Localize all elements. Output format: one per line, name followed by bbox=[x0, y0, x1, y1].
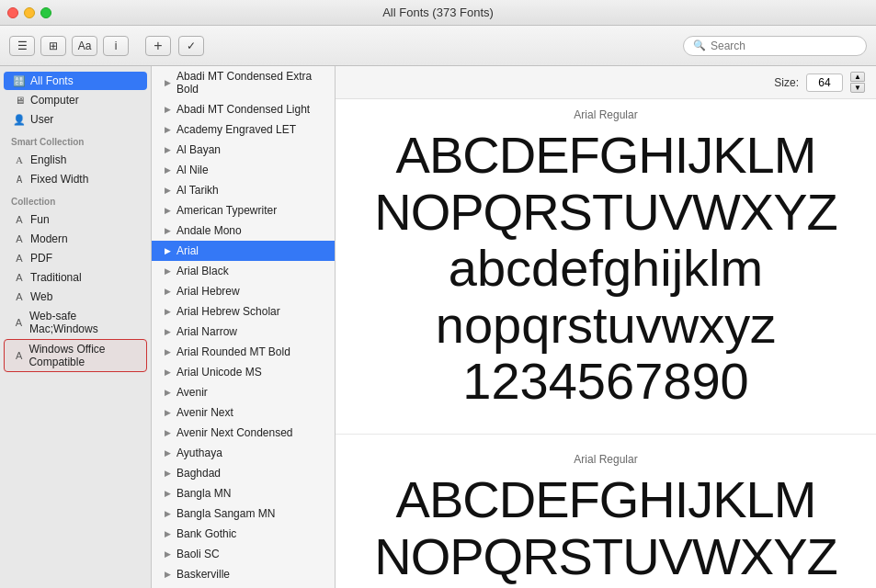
font-list-item[interactable]: ▶Abadi MT Condensed Extra Bold bbox=[152, 66, 335, 99]
font-list-item[interactable]: ▶Al Bayan bbox=[152, 140, 335, 160]
preview-section-1: Arial Regular ABCDEFGHIJKLM NOPQRSTUVWXY… bbox=[336, 99, 876, 424]
font-list-item[interactable]: ▶Al Nile bbox=[152, 160, 335, 180]
font-list-item[interactable]: ▶American Typewriter bbox=[152, 200, 335, 220]
font-list-item[interactable]: ▶Baoli SC bbox=[152, 544, 335, 564]
font-list-item[interactable]: ▶Arial Hebrew Scholar bbox=[152, 301, 335, 322]
font-list-item[interactable]: ▶Arial Rounded MT Bold bbox=[152, 342, 335, 362]
fixed-width-icon: A bbox=[13, 174, 26, 186]
font-expand-arrow: ▶ bbox=[165, 469, 171, 478]
traditional-icon: A bbox=[13, 272, 26, 283]
preview-lowercase-2: nopqrstuvwxyz bbox=[354, 297, 858, 354]
font-list-item[interactable]: ▶Arial Black bbox=[152, 261, 335, 281]
font-list-item[interactable]: ▶Arial Unicode MS bbox=[152, 362, 335, 382]
sidebar-item-label: PDF bbox=[30, 252, 52, 265]
font-list-item[interactable]: ▶Arial Narrow bbox=[152, 322, 335, 342]
sidebar-item-label: Fun bbox=[30, 213, 50, 226]
search-input[interactable] bbox=[711, 40, 857, 52]
font-list-item[interactable]: ▶Avenir Next bbox=[152, 402, 335, 423]
sidebar-item-label: Fixed Width bbox=[30, 173, 88, 186]
font-list-item[interactable]: ▶Arial Hebrew bbox=[152, 281, 335, 301]
font-name: Academy Engraved LET bbox=[176, 123, 296, 136]
maximize-button[interactable] bbox=[40, 7, 51, 18]
sidebar-item-label: User bbox=[30, 113, 53, 126]
sidebar-item-windows-office[interactable]: A Windows Office Compatible bbox=[4, 339, 147, 372]
info-button[interactable]: i bbox=[103, 36, 129, 56]
font-list-item[interactable]: ▶Bangla MN bbox=[152, 483, 335, 503]
sidebar-item-fun[interactable]: A Fun bbox=[4, 210, 147, 229]
font-list-item[interactable]: ▶Baghdad bbox=[152, 463, 335, 483]
pdf-icon: A bbox=[13, 253, 26, 264]
check-button[interactable]: ✓ bbox=[178, 36, 204, 56]
font-name: Al Bayan bbox=[176, 143, 221, 156]
titlebar: All Fonts (373 Fonts) bbox=[0, 0, 876, 26]
sidebar-item-label: Web bbox=[30, 290, 52, 303]
font-list-item[interactable]: ▶Arial bbox=[152, 241, 335, 261]
grid-button[interactable]: ⊞ bbox=[40, 36, 66, 56]
font-list-item[interactable]: ▶Baskerville bbox=[152, 564, 335, 584]
size-input[interactable] bbox=[806, 74, 843, 92]
web-safe-icon: A bbox=[13, 317, 25, 328]
font-aa-button[interactable]: Aa bbox=[72, 36, 97, 56]
main-content: 🔠 All Fonts 🖥 Computer 👤 User Smart Coll… bbox=[0, 66, 876, 588]
font-expand-arrow: ▶ bbox=[165, 428, 171, 437]
sidebar-item-computer[interactable]: 🖥 Computer bbox=[4, 91, 147, 109]
font-expand-arrow: ▶ bbox=[165, 246, 171, 255]
sidebar-item-label: Web-safe Mac;Windows bbox=[29, 310, 140, 335]
font-list-item[interactable]: ▶Avenir bbox=[152, 382, 335, 402]
font-expand-arrow: ▶ bbox=[165, 570, 171, 579]
font-name: Ayuthaya bbox=[176, 447, 222, 459]
web-icon: A bbox=[13, 291, 26, 302]
add-font-button[interactable]: + bbox=[145, 36, 171, 56]
minimize-button[interactable] bbox=[24, 7, 35, 18]
font-list-item[interactable]: ▶Ayuthaya bbox=[152, 443, 335, 463]
hamburger-button[interactable]: ☰ bbox=[9, 36, 35, 56]
preview-numbers: 1234567890 bbox=[354, 353, 858, 410]
font-name: Arial Hebrew bbox=[176, 285, 240, 298]
toolbar-left: ☰ ⊞ Aa i bbox=[9, 36, 129, 56]
font-expand-arrow: ▶ bbox=[165, 78, 171, 87]
font-expand-arrow: ▶ bbox=[165, 186, 171, 195]
window-title: All Fonts (373 Fonts) bbox=[382, 6, 494, 19]
sidebar-item-modern[interactable]: A Modern bbox=[4, 230, 147, 248]
font-name: Arial bbox=[176, 244, 199, 257]
sidebar-item-fixed-width[interactable]: A Fixed Width bbox=[4, 170, 147, 188]
font-name: Al Tarikh bbox=[176, 184, 219, 197]
sidebar-item-pdf[interactable]: A PDF bbox=[4, 249, 147, 267]
sidebar-item-web-safe[interactable]: A Web-safe Mac;Windows bbox=[4, 307, 147, 338]
font-expand-arrow: ▶ bbox=[165, 529, 171, 538]
font-expand-arrow: ▶ bbox=[165, 388, 171, 397]
font-list-item[interactable]: ▶Andale Mono bbox=[152, 220, 335, 241]
sidebar-item-english[interactable]: A English bbox=[4, 151, 147, 169]
font-expand-arrow: ▶ bbox=[165, 206, 171, 215]
size-up-button[interactable]: ▲ bbox=[850, 72, 865, 82]
close-button[interactable] bbox=[7, 7, 18, 18]
size-down-button[interactable]: ▼ bbox=[850, 83, 865, 93]
font-list-item[interactable]: ▶Academy Engraved LET bbox=[152, 119, 335, 140]
fun-icon: A bbox=[13, 214, 26, 225]
sidebar-item-user[interactable]: 👤 User bbox=[4, 110, 147, 129]
font-list-item[interactable]: ▶Baskerville Old Face bbox=[152, 584, 335, 588]
font-expand-arrow: ▶ bbox=[165, 226, 171, 235]
sidebar-item-web[interactable]: A Web bbox=[4, 288, 147, 306]
font-list-item[interactable]: ▶Bank Gothic bbox=[152, 524, 335, 544]
font-list-item[interactable]: ▶Abadi MT Condensed Light bbox=[152, 99, 335, 119]
preview-lowercase-3: abcdefghijklm bbox=[354, 584, 858, 588]
grid-icon: ⊞ bbox=[49, 40, 58, 52]
size-label: Size: bbox=[774, 76, 799, 89]
font-expand-arrow: ▶ bbox=[165, 105, 171, 114]
font-name: Baskerville bbox=[176, 568, 230, 581]
font-name: American Typewriter bbox=[176, 204, 277, 217]
font-name: Bangla Sangam MN bbox=[176, 507, 275, 520]
computer-icon: 🖥 bbox=[13, 95, 26, 106]
font-list-item[interactable]: ▶Avenir Next Condensed bbox=[152, 423, 335, 443]
font-list-item[interactable]: ▶Al Tarikh bbox=[152, 180, 335, 200]
font-name: Arial Hebrew Scholar bbox=[176, 305, 280, 318]
sidebar-item-all-fonts[interactable]: 🔠 All Fonts bbox=[4, 72, 147, 90]
traffic-lights bbox=[7, 7, 51, 18]
font-expand-arrow: ▶ bbox=[165, 509, 171, 518]
font-expand-arrow: ▶ bbox=[165, 327, 171, 336]
search-bar[interactable]: 🔍 bbox=[683, 36, 867, 56]
sidebar-item-label: Traditional bbox=[30, 271, 82, 284]
sidebar-item-traditional[interactable]: A Traditional bbox=[4, 268, 147, 287]
font-list-item[interactable]: ▶Bangla Sangam MN bbox=[152, 503, 335, 524]
